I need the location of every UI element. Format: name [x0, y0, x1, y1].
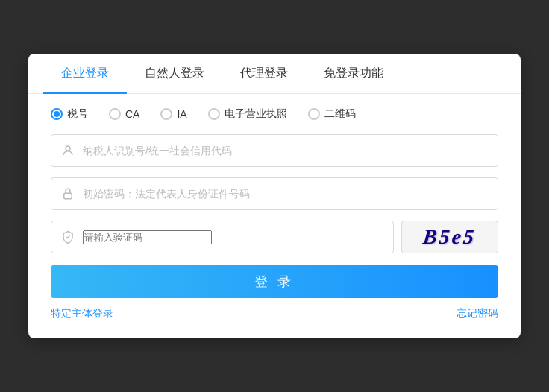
radio-circle-bizlicense: [208, 108, 220, 120]
radio-circle-qrcode: [308, 108, 320, 120]
radio-label-tax: 税号: [67, 107, 88, 121]
radio-qrcode[interactable]: 二维码: [308, 107, 356, 121]
captcha-wrapper: [51, 221, 394, 253]
radio-label-bizlicense: 电子营业执照: [225, 107, 287, 121]
tax-id-wrapper: [51, 134, 498, 167]
svg-rect-1: [64, 193, 72, 199]
footer-links: 特定主体登录 忘记密码: [28, 298, 521, 320]
svg-point-0: [66, 146, 70, 151]
radio-label-ca: CA: [125, 108, 139, 120]
tab-agent[interactable]: 代理登录: [222, 54, 306, 93]
tab-individual[interactable]: 自然人登录: [127, 54, 222, 93]
radio-ia[interactable]: IA: [160, 108, 186, 120]
radio-circle-ia: [160, 108, 172, 120]
tab-bar: 企业登录 自然人登录 代理登录 免登录功能: [28, 54, 521, 94]
radio-ca[interactable]: CA: [109, 108, 139, 120]
radio-circle-ca: [109, 108, 121, 120]
login-card: 企业登录 自然人登录 代理登录 免登录功能 税号 CA IA 电子营业执照 二维…: [28, 54, 521, 338]
radio-tax[interactable]: 税号: [51, 107, 88, 121]
radio-label-qrcode: 二维码: [324, 107, 356, 121]
form-body: B5e5: [28, 128, 521, 253]
lock-icon: [60, 186, 75, 201]
tax-id-input[interactable]: [83, 145, 489, 157]
login-button[interactable]: 登 录: [51, 265, 498, 298]
forgot-password-link[interactable]: 忘记密码: [457, 307, 498, 320]
captcha-image[interactable]: B5e5: [401, 221, 498, 253]
specific-login-link[interactable]: 特定主体登录: [51, 307, 113, 320]
radio-bizlicense[interactable]: 电子营业执照: [208, 107, 287, 121]
captcha-input[interactable]: [83, 230, 212, 244]
password-wrapper: [51, 177, 498, 210]
radio-label-ia: IA: [177, 108, 186, 120]
tab-enterprise[interactable]: 企业登录: [43, 54, 127, 93]
tab-free[interactable]: 免登录功能: [306, 54, 401, 93]
captcha-display: B5e5: [422, 225, 477, 249]
login-type-radios: 税号 CA IA 电子营业执照 二维码: [28, 94, 521, 128]
radio-circle-tax: [51, 108, 63, 120]
password-input[interactable]: [83, 188, 489, 200]
shield-icon: [60, 230, 75, 244]
captcha-row: B5e5: [51, 221, 498, 253]
person-icon: [60, 143, 75, 158]
